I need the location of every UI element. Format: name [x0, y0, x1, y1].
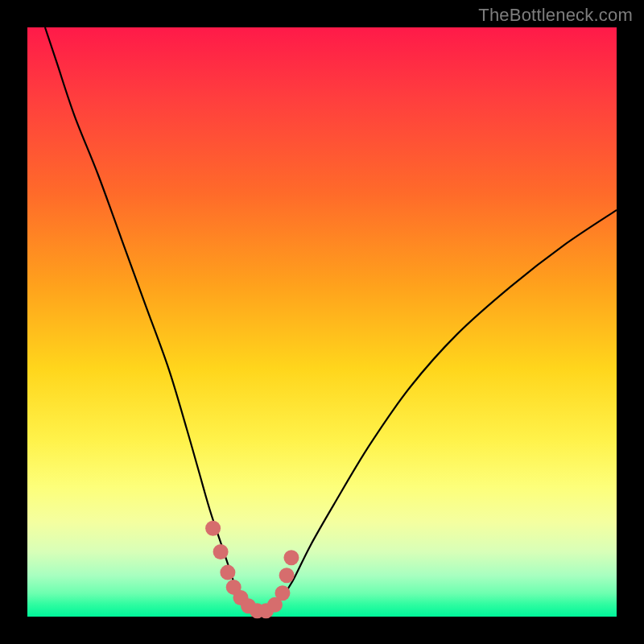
highlight-dot: [283, 550, 299, 565]
highlight-dot: [275, 585, 290, 601]
highlight-dot: [205, 521, 221, 536]
highlight-dot: [213, 544, 229, 559]
bottleneck-curve: [45, 27, 617, 611]
plot-area: [27, 27, 617, 617]
highlight-dot: [220, 565, 235, 580]
highlight-dot: [279, 568, 295, 583]
watermark-text: TheBottleneck.com: [478, 5, 633, 26]
curve-svg: [27, 27, 617, 617]
chart-frame: TheBottleneck.com: [0, 0, 644, 644]
optimal-range-dots: [205, 521, 299, 618]
